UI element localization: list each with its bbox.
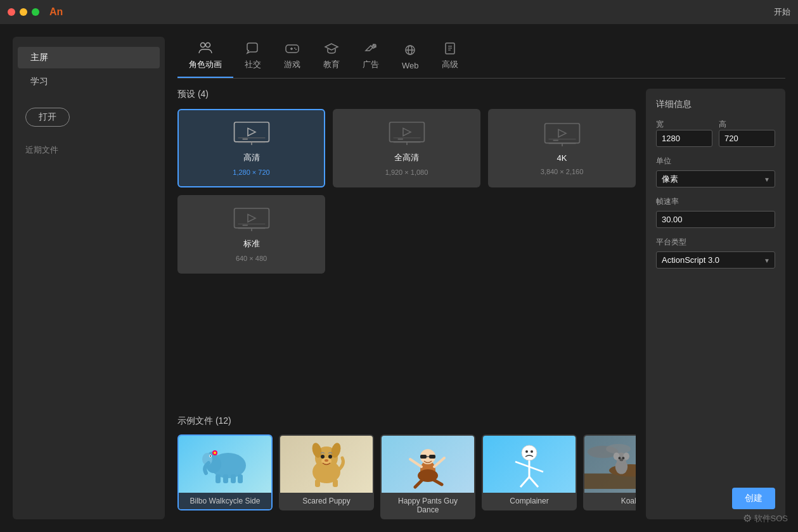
- main-container: 主屏 学习 打开 近期文件 角色动画: [0, 24, 798, 532]
- width-label: 宽: [656, 119, 712, 130]
- presets-section: 预设 (4): [177, 89, 636, 410]
- dimensions-row: 宽 高: [656, 119, 775, 147]
- preset-hd[interactable]: 高清 1,280 × 720: [177, 109, 325, 187]
- svg-marker-36: [248, 214, 255, 222]
- preset-std-icon: [233, 206, 271, 233]
- platform-group: 平台类型 ActionScript 3.0 HTML5 Canvas WebGL…: [656, 237, 775, 269]
- preset-hd-icon: [233, 120, 271, 147]
- tabs-container: 角色动画 社交: [177, 37, 785, 79]
- example-puppy[interactable]: Scared Puppy: [279, 434, 374, 510]
- tab-education[interactable]: 教育: [312, 37, 351, 78]
- svg-point-1: [206, 43, 210, 48]
- svg-marker-30: [558, 129, 566, 137]
- example-dance[interactable]: Happy Pants Guy Dance: [380, 434, 475, 519]
- preset-fhd-icon: [388, 120, 426, 147]
- svg-rect-59: [315, 479, 320, 487]
- svg-rect-48: [238, 474, 243, 483]
- main-column: 预设 (4): [177, 89, 636, 519]
- svg-point-72: [525, 450, 528, 453]
- svg-rect-15: [234, 122, 269, 142]
- preset-4k-size: 3,840 × 2,160: [541, 168, 584, 175]
- preset-fhd[interactable]: 全高清 1,920 × 1,080: [333, 109, 480, 187]
- presets-grid: 高清 1,280 × 720: [177, 109, 636, 274]
- svg-line-70: [434, 458, 444, 467]
- preset-4k[interactable]: 4K 3,840 × 2,160: [488, 109, 636, 187]
- presets-title: 预设 (4): [177, 89, 636, 100]
- app-logo: An: [49, 6, 63, 18]
- tab-character[interactable]: 角色动画: [177, 37, 233, 78]
- tab-character-label: 角色动画: [189, 59, 222, 70]
- svg-rect-27: [544, 124, 579, 143]
- tab-social[interactable]: 社交: [233, 37, 273, 78]
- svg-marker-24: [403, 128, 411, 136]
- svg-line-67: [415, 479, 423, 487]
- svg-point-71: [522, 445, 537, 460]
- preset-std-size: 640 × 480: [236, 255, 267, 262]
- svg-rect-21: [389, 122, 424, 142]
- svg-point-56: [328, 455, 332, 459]
- example-puppy-thumb: [280, 436, 373, 493]
- example-puppy-label: Scared Puppy: [280, 493, 373, 509]
- svg-rect-26: [397, 139, 403, 140]
- svg-point-0: [201, 43, 205, 48]
- preset-fhd-size: 1,920 × 1,080: [385, 168, 428, 176]
- example-complainer-label: Complainer: [483, 493, 576, 509]
- open-button[interactable]: 打开: [25, 108, 70, 127]
- maximize-button[interactable]: [32, 8, 39, 16]
- unit-select[interactable]: 像素: [656, 170, 775, 187]
- fps-input[interactable]: [656, 211, 775, 228]
- svg-rect-46: [223, 474, 228, 483]
- tab-ad[interactable]: 广告: [351, 37, 390, 78]
- tab-game[interactable]: 游戏: [273, 37, 312, 78]
- close-button[interactable]: [8, 8, 15, 16]
- svg-point-6: [295, 49, 297, 50]
- tab-web[interactable]: Web: [390, 39, 430, 78]
- svg-rect-33: [234, 208, 269, 228]
- fps-group: 帧速率: [656, 196, 775, 228]
- examples-section: 示例文件 (12): [177, 415, 636, 519]
- svg-line-76: [529, 467, 543, 472]
- preset-hd-size: 1,280 × 720: [233, 168, 269, 176]
- preset-4k-name: 4K: [557, 153, 567, 163]
- example-complainer[interactable]: Complainer: [482, 434, 577, 510]
- platform-select-wrapper: ActionScript 3.0 HTML5 Canvas WebGL ▼: [656, 251, 775, 269]
- dimensions-group: 宽 高: [656, 119, 775, 147]
- preset-fhd-name: 全高清: [394, 152, 419, 163]
- details-title: 详细信息: [656, 99, 775, 110]
- example-koala[interactable]: Koala: [583, 434, 636, 510]
- examples-title: 示例文件 (12): [177, 415, 636, 427]
- minimize-button[interactable]: [20, 8, 27, 16]
- platform-label: 平台类型: [656, 237, 775, 248]
- web-icon: [403, 44, 417, 58]
- svg-point-55: [321, 455, 325, 459]
- watermark-icon: ⚙: [743, 512, 752, 524]
- svg-line-69: [410, 459, 422, 467]
- watermark-text: 软件SOS: [754, 513, 788, 524]
- tab-social-label: 社交: [245, 59, 261, 70]
- sidebar-item-learn[interactable]: 学习: [18, 71, 160, 92]
- preset-std-name: 标准: [243, 238, 260, 250]
- svg-point-44: [210, 455, 211, 457]
- example-bilbo[interactable]: Bilbo Walkcycle Side: [177, 434, 273, 510]
- height-input[interactable]: [719, 130, 775, 147]
- svg-point-50: [214, 452, 216, 454]
- svg-rect-38: [242, 225, 248, 226]
- tab-advanced[interactable]: 高级: [430, 37, 470, 78]
- create-button[interactable]: 创建: [732, 488, 775, 509]
- platform-select[interactable]: ActionScript 3.0 HTML5 Canvas WebGL: [656, 251, 775, 269]
- tab-ad-label: 广告: [363, 59, 379, 70]
- sidebar-item-home[interactable]: 主屏: [18, 47, 160, 68]
- height-label: 高: [719, 119, 775, 130]
- svg-point-58: [325, 459, 328, 462]
- titlebar-start: 开始: [774, 6, 790, 18]
- width-input[interactable]: [656, 130, 712, 147]
- preset-std[interactable]: 标准 640 × 480: [177, 195, 325, 274]
- recent-label: 近期文件: [13, 144, 165, 156]
- svg-line-78: [529, 477, 538, 487]
- content-area: 预设 (4): [177, 79, 785, 519]
- svg-rect-32: [553, 139, 558, 141]
- svg-rect-45: [216, 474, 221, 483]
- preset-hd-name: 高清: [243, 152, 260, 163]
- tab-game-label: 游戏: [284, 59, 300, 70]
- tab-advanced-label: 高级: [442, 59, 458, 70]
